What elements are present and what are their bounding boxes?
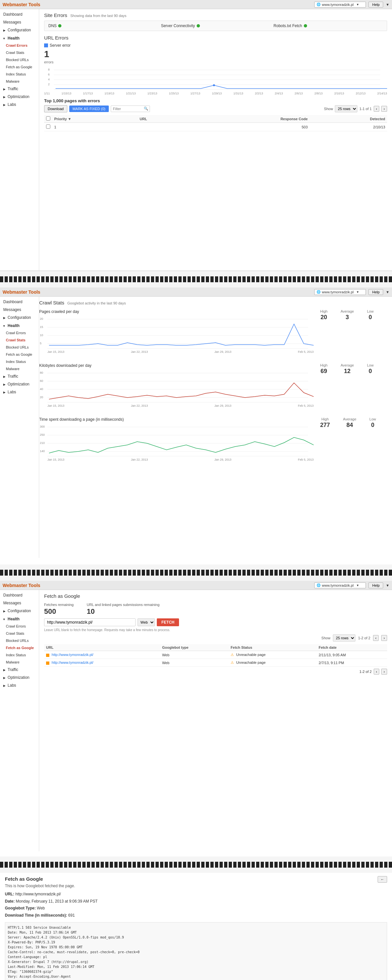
svg-text:15: 15 [40,325,43,329]
time-chart-dates: Jan 15, 2013 Jan 22, 2013 Jan 29, 2013 F… [39,458,314,461]
sidebar-item-malware[interactable]: Malware [0,78,39,85]
help-dropdown-arrow-2[interactable]: ▼ [386,290,389,294]
row-checkbox[interactable] [46,124,50,129]
app-title: Webmaster Tools [3,2,314,7]
fetch-url-input[interactable] [44,618,135,626]
table-header-row: Priority ▼ URL Response Code Detected [44,115,387,123]
sidebar3-dashboard[interactable]: Dashboard [0,591,39,599]
sidebar2-traffic[interactable]: ▶ Traffic [0,372,39,380]
date-meta-label: Date: [5,899,15,904]
sidebar3-traffic[interactable]: ▶ Traffic [0,666,39,674]
sidebar2-labs[interactable]: ▶ Labs [0,388,39,396]
kb-label: Kilobytes downloaded per day [39,363,314,368]
sidebar-item-labs[interactable]: ▶ Labs [0,100,39,108]
pages-high-stat: High 20 [320,309,328,321]
sidebar-3: Dashboard Messages ▶ Configuration ▼ Hea… [0,590,39,851]
sidebar3-messages[interactable]: Messages [0,599,39,607]
sidebar3-optimization[interactable]: ▶ Optimization [0,674,39,681]
sidebar-item-messages[interactable]: Messages [0,18,39,26]
sidebar3-crawl-errors[interactable]: Crawl Errors [0,623,39,630]
sidebar3-configuration[interactable]: ▶ Configuration [0,607,39,615]
fetch-type-select[interactable]: Web [137,618,155,626]
url-meta-val: http://www.tymonradzik.pl/ [15,892,61,896]
site-selector-3[interactable]: 🌐 www.tymonradzik.pl ▼ [314,582,366,588]
fetch-next-page[interactable]: › [381,635,387,641]
top-bar-3: Webmaster Tools 🌐 www.tymonradzik.pl ▼ H… [0,581,392,590]
fetch-col-url: URL [44,644,160,651]
sidebar2-crawl-errors[interactable]: Crawl Errors [0,329,39,336]
dns-status-dot [58,24,61,27]
sidebar2-configuration[interactable]: ▶ Configuration [0,313,39,321]
top-bar-2: Webmaster Tools 🌐 www.tymonradzik.pl ▼ H… [0,288,392,297]
sidebar-item-crawl-errors[interactable]: Crawl Errors [0,42,39,49]
health-arrow-2: ▼ [3,325,6,328]
sidebar-item-fetch-as-google[interactable]: Fetch as Google [0,64,39,70]
help-button-3[interactable]: Help [368,582,383,588]
labs-arrow-2: ▶ [3,391,6,394]
sidebar-item-health[interactable]: ▼ Health [0,34,39,42]
svg-text:250: 250 [40,433,45,436]
help-button[interactable]: Help [368,2,383,8]
sidebar2-malware[interactable]: Malware [0,365,39,372]
time-avg-stat: Average 84 [343,417,356,429]
sidebar3-health[interactable]: ▼ Health [0,615,39,623]
sidebar2-index-status[interactable]: Index Status [0,358,39,365]
prev-page-button[interactable]: ‹ [374,106,379,112]
rows-per-page-select[interactable]: 25 rows [335,105,357,112]
fetch-button[interactable]: FETCH [157,618,179,626]
fetch-row2-link[interactable]: http://www.tymonradzik.pl/ [52,660,93,665]
help-button-2[interactable]: Help [368,289,383,295]
select-all-checkbox[interactable] [46,116,50,121]
site-selector[interactable]: 🌐 www.tymonradzik.pl ▼ [314,2,366,8]
sidebar-item-blocked-urls[interactable]: Blocked URLs [0,56,39,64]
sidebar2-blocked-urls[interactable]: Blocked URLs [0,344,39,351]
sidebar-item-optimization[interactable]: ▶ Optimization [0,93,39,100]
svg-text:300: 300 [40,425,45,428]
top-bar-right: 🌐 www.tymonradzik.pl ▼ Help ▼ [314,2,389,8]
fetch-rows-select[interactable]: 25 rows [333,635,355,641]
mark-fixed-button[interactable]: MARK AS FIXED (0) [69,105,109,112]
fetch-prev-page-2[interactable]: ‹ [374,669,379,675]
sidebar3-crawl-stats[interactable]: Crawl Stats [0,630,39,637]
fetch-detail-title: Fetch as Google [5,876,43,882]
fetch-prev-page[interactable]: ‹ [373,635,379,641]
sidebar-item-traffic[interactable]: ▶ Traffic [0,85,39,93]
back-button[interactable]: ← [378,876,387,883]
fetch-row1-url: http://www.tymonradzik.pl/ [44,651,160,659]
sidebar2-crawl-stats[interactable]: Crawl Stats [0,336,39,344]
sidebar3-malware[interactable]: Malware [0,659,39,666]
next-page-button[interactable]: › [381,106,387,112]
sidebar3-fetch-as-google[interactable]: Fetch as Google [0,644,39,651]
error-unit: errors [44,60,387,64]
sidebar3-index-status[interactable]: Index Status [0,651,39,659]
sidebar-item-crawl-stats[interactable]: Crawl Stats [0,49,39,56]
sidebar2-messages[interactable]: Messages [0,306,39,313]
sidebar2-fetch-as-google[interactable]: Fetch as Google [0,351,39,358]
sidebar-item-configuration[interactable]: ▶ Configuration [0,26,39,34]
url-errors-svg: 8 6 4 2 [44,67,387,90]
kb-avg-stat: Average 12 [341,363,354,375]
fetch-table-header: URL Googlebot type Fetch Status Fetch da… [44,644,387,651]
help-dropdown-arrow[interactable]: ▼ [386,3,389,6]
sidebar3-labs[interactable]: ▶ Labs [0,681,39,689]
fetch-row1-link[interactable]: http://www.tymonradzik.pl/ [52,653,93,657]
sidebar2-health[interactable]: ▼ Health [0,321,39,329]
fetch-type-meta: Googlebot Type: Web [5,905,387,912]
help-dropdown-arrow-3[interactable]: ▼ [386,584,389,587]
site-url-2: www.tymonradzik.pl [322,290,354,294]
download-button[interactable]: Download [44,105,67,112]
col-priority-header[interactable]: Priority ▼ [52,115,138,123]
sidebar-item-index-status[interactable]: Index Status [0,70,39,78]
sidebar3-blocked-urls[interactable]: Blocked URLs [0,637,39,644]
sidebar-item-dashboard[interactable]: Dashboard [0,10,39,18]
traffic-arrow: ▶ [3,88,6,91]
http-response[interactable]: HTTP/1.1 503 Service Unavailable Date: M… [5,922,387,980]
warn-icon-1: ⚠ [231,653,234,657]
sidebar2-dashboard[interactable]: Dashboard [0,298,39,306]
fetch-next-page-2[interactable]: › [381,669,387,675]
site-selector-2[interactable]: 🌐 www.tymonradzik.pl ▼ [314,289,366,295]
svg-text:2: 2 [48,83,49,86]
site-errors-title: Site Errors [44,13,67,18]
download-meta-label: Download Time (in milliseconds): [5,913,67,918]
sidebar2-optimization[interactable]: ▶ Optimization [0,380,39,388]
